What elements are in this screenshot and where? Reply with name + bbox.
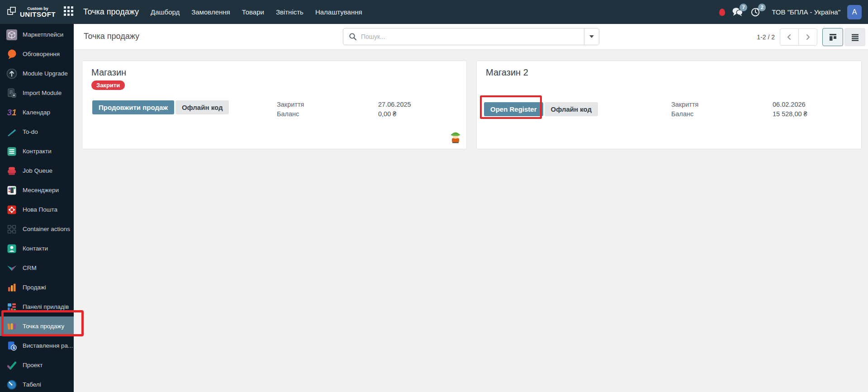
balance-value: 15 528,00 ₴ <box>773 110 807 118</box>
offline-code-button[interactable]: Офлайн код <box>175 100 229 114</box>
kanban-view-button[interactable] <box>822 28 843 46</box>
chevron-left-icon <box>786 33 792 41</box>
calendar-icon: 31 <box>6 107 18 118</box>
messages-count-badge: 7 <box>740 4 747 11</box>
closing-label: Закриття <box>671 101 773 108</box>
overlapping-squares-icon <box>6 6 17 19</box>
card-info: Закриття 06.02.2026 Баланс 15 528,00 ₴ <box>671 101 807 118</box>
balance-label: Баланс <box>277 110 378 118</box>
sidebar-item-label: Нова Пошта <box>23 206 57 213</box>
nav-settings[interactable]: Налаштування <box>315 8 362 16</box>
sidebar-item-dashboards[interactable]: Панелі приладів <box>0 297 74 316</box>
sidebar-item-container-actions[interactable]: Container actions <box>0 219 74 239</box>
balance-value: 0,00 ₴ <box>378 110 411 118</box>
unitsoft-logo[interactable]: Custom by UNITSOFT <box>6 6 56 19</box>
svg-text:$: $ <box>13 345 15 350</box>
open-register-button[interactable]: Open Register <box>484 102 543 116</box>
dashboards-icon <box>6 301 18 313</box>
card-title: Магазин 2 <box>486 67 528 78</box>
pos-card-shop-2[interactable]: Магазин 2 Open Register Офлайн код Закри… <box>476 61 862 149</box>
sidebar-item-point-of-sale[interactable]: Точка продажу <box>0 316 74 336</box>
search-icon <box>343 33 361 41</box>
status-badge-closed: Закрити <box>91 80 125 90</box>
sidebar-item-invoicing[interactable]: $ Виставлення ра... <box>0 336 74 355</box>
chevron-down-icon <box>589 35 594 38</box>
sidebar-item-module-upgrade[interactable]: Module Upgrade <box>0 64 74 83</box>
sidebar-item-label: Обговорення <box>23 51 60 57</box>
sidebar-item-label: Module Upgrade <box>23 70 68 77</box>
search-filters-dropdown-button[interactable] <box>584 28 599 45</box>
pager-previous-button[interactable] <box>780 28 799 46</box>
sidebar-item-nova-poshta[interactable]: Нова Пошта <box>0 200 74 219</box>
activities-count-badge: 2 <box>758 4 766 11</box>
sidebar-item-label: Job Queue <box>23 167 52 174</box>
sidebar-item-import-module[interactable]: Import Module <box>0 83 74 103</box>
list-view-button[interactable] <box>844 28 865 46</box>
list-view-icon <box>851 33 859 41</box>
sidebar-item-label: Import Module <box>23 90 62 96</box>
sidebar-item-label: Календар <box>23 109 50 116</box>
activities-button[interactable]: 2 <box>750 7 762 18</box>
sales-icon <box>6 282 18 293</box>
sidebar-item-contracts[interactable]: Контракти <box>0 142 74 161</box>
sidebar-item-crm[interactable]: CRM <box>0 258 74 278</box>
offline-code-button[interactable]: Офлайн код <box>545 102 598 116</box>
apps-grid-icon[interactable] <box>64 6 73 18</box>
pager-next-button[interactable] <box>798 28 817 46</box>
sidebar-item-label: Маркетплейси <box>23 31 63 38</box>
pager-area: 1-2 / 2 <box>757 28 865 46</box>
sidebar-item-label: Табелі <box>23 381 41 388</box>
card-info: Закриття 27.06.2025 Баланс 0,00 ₴ <box>277 101 411 118</box>
sidebar-item-discuss[interactable]: Обговорення <box>0 44 74 64</box>
messages-button[interactable]: 7 <box>732 7 744 18</box>
nav-dashboard[interactable]: Дашборд <box>151 8 180 16</box>
nav-products[interactable]: Товари <box>242 8 264 16</box>
crm-icon <box>6 262 18 274</box>
container-actions-icon <box>6 223 18 235</box>
chevron-right-icon <box>805 33 811 41</box>
view-switcher <box>822 28 865 46</box>
logo-text: Custom by UNITSOFT <box>20 7 56 18</box>
employee-avatar[interactable] <box>450 130 461 145</box>
module-upgrade-icon <box>6 68 18 80</box>
nav-orders[interactable]: Замовлення <box>191 8 230 16</box>
current-app-title[interactable]: Точка продажу <box>83 7 139 17</box>
closing-label: Закриття <box>277 101 378 108</box>
balance-label: Баланс <box>671 110 773 118</box>
kanban-content: Магазин Закрити Продовжити продаж Офлайн… <box>74 50 868 149</box>
sidebar-item-messengers[interactable]: Месенджери <box>0 180 74 200</box>
sidebar-item-label: Container actions <box>23 226 70 232</box>
sidebar-item-sales[interactable]: Продажі <box>0 278 74 297</box>
sidebar-item-job-queue[interactable]: Job Queue <box>0 161 74 180</box>
nova-poshta-icon <box>6 204 18 216</box>
search-input[interactable] <box>361 33 584 40</box>
sidebar-item-project[interactable]: Проект <box>0 355 74 375</box>
sidebar-item-todo[interactable]: To-do <box>0 122 74 142</box>
pager-range: 1-2 / 2 <box>757 33 775 41</box>
timesheets-clock-icon <box>6 379 18 391</box>
closing-date-value: 27.06.2025 <box>378 101 411 108</box>
contacts-icon <box>6 243 18 255</box>
sidebar-item-timesheets[interactable]: Табелі <box>0 375 74 392</box>
sidebar-item-contacts[interactable]: Контакти <box>0 239 74 258</box>
marketplace-icon <box>6 29 18 41</box>
card-buttons: Open Register Офлайн код <box>484 102 598 116</box>
kanban-view-icon <box>829 33 837 41</box>
todo-pencil-icon <box>6 126 18 138</box>
sidebar-item-marketplaces[interactable]: Маркетплейси <box>0 25 74 44</box>
company-name[interactable]: ТОВ "БПЛА - Україна" <box>772 8 840 16</box>
breadcrumb[interactable]: Точка продажу <box>84 32 139 41</box>
contracts-icon <box>6 146 18 157</box>
main-area: Точка продажу 1-2 / 2 <box>74 24 868 392</box>
user-avatar[interactable]: A <box>847 5 862 19</box>
control-panel: Точка продажу 1-2 / 2 <box>74 24 868 50</box>
sidebar-item-label: Виставлення ра... <box>23 342 73 349</box>
sidebar-item-label: Контракти <box>23 148 52 155</box>
sidebar-item-label: Месенджери <box>23 187 59 194</box>
resume-selling-button[interactable]: Продовжити продаж <box>92 100 174 114</box>
messengers-icon <box>6 184 18 196</box>
closing-date-value: 06.02.2026 <box>773 101 807 108</box>
nav-reporting[interactable]: Звітність <box>276 8 304 16</box>
pos-card-shop[interactable]: Магазин Закрити Продовжити продаж Офлайн… <box>82 61 467 149</box>
sidebar-item-calendar[interactable]: 31 Календар <box>0 103 74 122</box>
